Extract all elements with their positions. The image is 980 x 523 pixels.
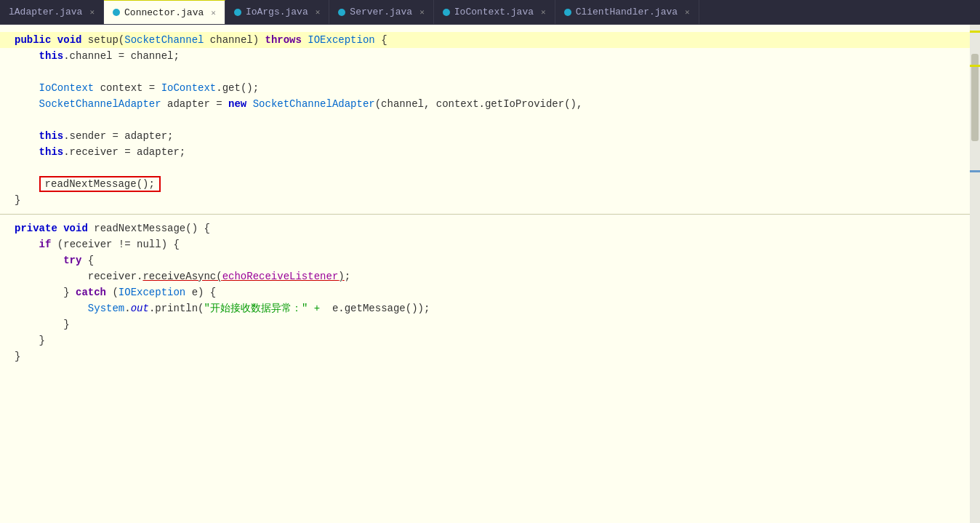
code-line-11: } (0, 192, 980, 208)
code-container: public void setup(SocketChannel channel)… (0, 25, 980, 372)
code-line-8: this.receiver = adapter; (0, 144, 980, 160)
tab-bar: lAdapter.java ✕ Connector.java ✕ IoArgs.… (0, 0, 980, 25)
tab-ioargs-dot (234, 9, 241, 16)
editor-area: public void setup(SocketChannel channel)… (0, 25, 980, 523)
tab-ioargs-close[interactable]: ✕ (316, 7, 321, 17)
tab-icontext[interactable]: IoContext.java ✕ (434, 0, 555, 25)
code-line-s2-2: if (receiver != null) { (0, 236, 980, 252)
tab-client[interactable]: ClientHandler.java ✕ (555, 0, 699, 25)
code-line-s2-4: receiver.receiveAsync(echoReceiveListene… (0, 268, 980, 284)
tab-client-close[interactable]: ✕ (685, 7, 690, 17)
code-line-s2-3: try { (0, 252, 980, 268)
code-line-5: SocketChannelAdapter adapter = new Socke… (0, 96, 980, 112)
code-line-s2-5: } catch (IOException e) { (0, 284, 980, 300)
code-line-1: public void setup(SocketChannel channel)… (0, 32, 980, 48)
code-line-4: IoContext context = IoContext.get(); (0, 80, 980, 96)
tab-client-label: ClientHandler.java (576, 7, 678, 17)
tab-connector-close[interactable]: ✕ (211, 8, 216, 17)
code-line-6 (0, 112, 980, 128)
scrollbar-right[interactable] (970, 25, 980, 523)
code-line-s2-9: } (0, 348, 980, 364)
section-separator (0, 214, 980, 215)
tab-icontext-label: IoContext.java (454, 7, 534, 17)
code-line-s2-6: System.out.println("开始接收数据异常：" + e.getMe… (0, 300, 980, 316)
tab-client-dot (564, 9, 571, 16)
tab-icontext-close[interactable]: ✕ (541, 7, 546, 17)
code-line-9 (0, 160, 980, 176)
code-line-s2-7: } (0, 316, 980, 332)
scrollbar-thumb[interactable] (971, 54, 979, 141)
tab-ioargs[interactable]: IoArgs.java ✕ (225, 0, 329, 25)
scrollbar-marker-yellow-2 (970, 65, 980, 67)
tab-server-close[interactable]: ✕ (419, 7, 425, 17)
tab-adapter-close[interactable]: ✕ (89, 7, 95, 17)
scrollbar-marker-blue (970, 170, 980, 172)
tab-connector-dot (113, 9, 120, 16)
tab-server[interactable]: Server.java ✕ (329, 0, 433, 25)
code-line-3 (0, 64, 980, 80)
tab-connector[interactable]: Connector.java ✕ (104, 0, 225, 25)
code-line-7: this.sender = adapter; (0, 128, 980, 144)
tab-server-label: Server.java (350, 7, 412, 17)
code-line-s2-1: private void readNextMessage() { (0, 220, 980, 236)
code-line-10: readNextMessage(); (0, 176, 980, 192)
tab-server-dot (338, 9, 345, 16)
tab-adapter[interactable]: lAdapter.java ✕ (0, 0, 104, 25)
code-line-2: this.channel = channel; (0, 48, 980, 64)
tab-adapter-label: lAdapter.java (9, 7, 82, 17)
tab-ioargs-label: IoArgs.java (246, 7, 308, 17)
code-line-s2-8: } (0, 332, 980, 348)
scrollbar-marker-yellow-1 (970, 31, 980, 33)
tab-connector-label: Connector.java (124, 7, 204, 18)
tab-icontext-dot (443, 9, 450, 16)
